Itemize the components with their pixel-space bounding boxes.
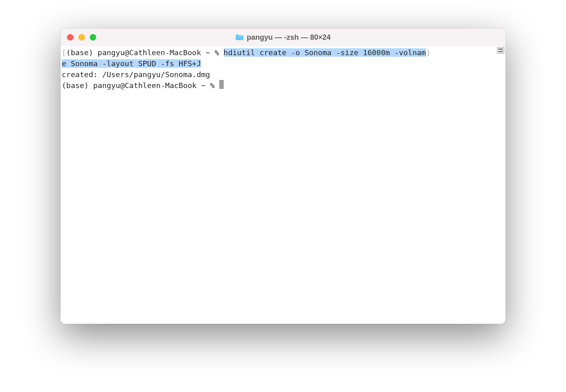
output-text: created: /Users/pangyu/Sonoma.dmg: [62, 70, 210, 79]
selected-command-part2: e Sonoma -layout SPUD -fs HFS+J: [62, 59, 201, 68]
maximize-button[interactable]: [90, 34, 96, 41]
prompt-text: (base) pangyu@Cathleen-MacBook ~ %: [66, 48, 224, 57]
terminal-line: created: /Users/pangyu/Sonoma.dmg: [62, 69, 506, 80]
cursor: [219, 80, 224, 89]
minimize-button[interactable]: [78, 34, 85, 41]
traffic-lights: [67, 34, 96, 41]
alt-screen-icon[interactable]: [497, 47, 504, 54]
bracket-open: [: [62, 48, 66, 57]
terminal-body[interactable]: [(base) pangyu@Cathleen-MacBook ~ % hdiu…: [60, 46, 506, 324]
bracket-close: ]: [426, 48, 430, 57]
window-title-wrap: pangyu — -zsh — 80×24: [60, 33, 506, 42]
prompt-text: (base) pangyu@Cathleen-MacBook ~ %: [62, 81, 219, 90]
window-title: pangyu — -zsh — 80×24: [247, 33, 331, 42]
terminal-content[interactable]: [(base) pangyu@Cathleen-MacBook ~ % hdiu…: [60, 47, 506, 91]
terminal-window: pangyu — -zsh — 80×24 [(base) pangyu@Cat…: [60, 28, 506, 324]
folder-icon: [235, 34, 244, 41]
terminal-line: e Sonoma -layout SPUD -fs HFS+J: [62, 58, 506, 69]
terminal-line: [(base) pangyu@Cathleen-MacBook ~ % hdiu…: [62, 47, 506, 58]
selected-command-part1: hdiutil create -o Sonoma -size 16000m -v…: [224, 48, 426, 57]
terminal-line: (base) pangyu@Cathleen-MacBook ~ %: [62, 80, 506, 91]
titlebar[interactable]: pangyu — -zsh — 80×24: [60, 28, 506, 46]
close-button[interactable]: [67, 34, 73, 41]
